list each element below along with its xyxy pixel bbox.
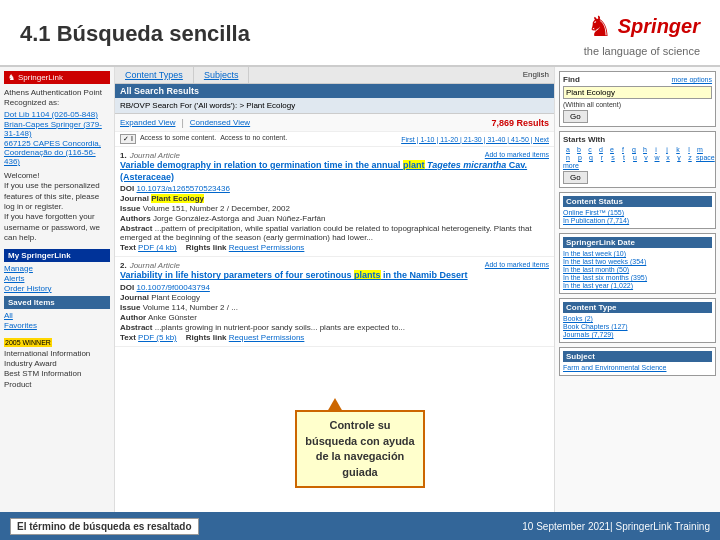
- find-go-button[interactable]: Go: [563, 110, 588, 123]
- sidebar-inst1[interactable]: Dot Lib 1104 (026-05-848): [4, 110, 110, 119]
- result-1-title[interactable]: Variable demography in relation to germi…: [120, 160, 549, 183]
- letter-v[interactable]: v: [641, 154, 651, 161]
- expanded-view-btn[interactable]: Expanded View: [120, 118, 175, 127]
- tab-content-types[interactable]: Content Types: [115, 67, 194, 83]
- text-value-2[interactable]: PDF (5 kb): [138, 333, 177, 342]
- letter-space[interactable]: space: [696, 154, 706, 161]
- letter-h[interactable]: h: [640, 146, 650, 153]
- text-value-1[interactable]: PDF (4 kb): [138, 243, 177, 252]
- date-3[interactable]: In the last six months (395): [563, 274, 712, 281]
- letter-k[interactable]: k: [673, 146, 683, 153]
- sidebar-inst2[interactable]: Brian-Capes Springer (379-31-148): [4, 120, 110, 138]
- subject-header: Subject: [563, 351, 712, 362]
- date-1[interactable]: In the last two weeks (354): [563, 258, 712, 265]
- access-icons-bar: ✓ I Access to some content. Access to no…: [120, 134, 287, 144]
- letter-b[interactable]: b: [574, 146, 584, 153]
- sidebar-manage[interactable]: Manage: [4, 264, 110, 273]
- language-selector[interactable]: English: [518, 67, 554, 83]
- search-bar: RB/OVP Search For ('All words'): > Plant…: [115, 98, 554, 114]
- letter-z[interactable]: z: [685, 154, 695, 161]
- sidebar-use-features: If you use the personalized features of …: [4, 181, 110, 212]
- sidebar-logo-horse: ♞: [8, 73, 15, 82]
- sidebar-welcome-section: Welcome! If you use the personalized fea…: [4, 171, 110, 244]
- result-1-abstract: Abstract ...pattern of precipitation, wh…: [120, 224, 549, 242]
- condensed-view-btn[interactable]: Condensed View: [190, 118, 250, 127]
- search-bar-text: RB/OVP Search For ('All words'): > Plant…: [120, 101, 295, 110]
- issue-label-2: Issue: [120, 303, 140, 312]
- sidebar-athens-label: Athens Authentication Point: [4, 88, 110, 98]
- date-0[interactable]: In the last week (10): [563, 250, 712, 257]
- text-label-1: Text: [120, 243, 136, 252]
- rights-value-2[interactable]: Request Permissions: [229, 333, 305, 342]
- find-input[interactable]: [563, 86, 712, 99]
- access-pagination-bar: ✓ I Access to some content. Access to no…: [115, 132, 554, 147]
- letter-a[interactable]: a: [563, 146, 573, 153]
- letter-more[interactable]: more: [563, 162, 573, 169]
- sidebar-alerts[interactable]: Alerts: [4, 274, 110, 283]
- letter-f[interactable]: f: [618, 146, 628, 153]
- sidebar-inst3[interactable]: 667125 CAPES Concordia, Coordenação do (…: [4, 139, 110, 166]
- result-1-text: Text PDF (4 kb) Rights link Request Perm…: [120, 243, 549, 252]
- letter-g[interactable]: g: [629, 146, 639, 153]
- result-1-issue: Issue Volume 151, Number 2 / December, 2…: [120, 204, 549, 213]
- subject-0[interactable]: Farm and Environmental Science: [563, 364, 712, 371]
- letter-d[interactable]: d: [596, 146, 606, 153]
- letter-p[interactable]: p: [575, 154, 585, 161]
- content-status-0[interactable]: Online First™ (155): [563, 209, 712, 216]
- content-type-header: Content Type: [563, 302, 712, 313]
- content-status-1[interactable]: In Publication (7,714): [563, 217, 712, 224]
- doi-value-2[interactable]: 10.1007/9f00043794: [136, 283, 209, 292]
- letter-r[interactable]: r: [597, 154, 607, 161]
- access-icon-some: Access to some content.: [140, 134, 216, 144]
- sidebar-favorites[interactable]: Favorites: [4, 321, 110, 330]
- letter-c[interactable]: c: [585, 146, 595, 153]
- search-results-header: Expanded View | Condensed View 7,869 Res…: [115, 114, 554, 132]
- letter-t[interactable]: t: [619, 154, 629, 161]
- sidebar-all[interactable]: All: [4, 311, 110, 320]
- result-2-abstract: Abstract ...plants growing in nutrient-p…: [120, 323, 549, 332]
- issue-value-1: Volume 151, Number 2 / December, 2002: [143, 204, 290, 213]
- result-2-authors: Author Anke Günster: [120, 313, 549, 322]
- content-type-0[interactable]: Books (2): [563, 315, 712, 322]
- rights-value-1[interactable]: Request Permissions: [229, 243, 305, 252]
- tab-subjects[interactable]: Subjects: [194, 67, 250, 83]
- abstract-value-1: ...pattern of precipitation, while spati…: [120, 224, 532, 242]
- letter-q[interactable]: q: [586, 154, 596, 161]
- letter-u[interactable]: u: [630, 154, 640, 161]
- content-status-section: Content Status Online First™ (155) In Pu…: [559, 192, 716, 229]
- more-options-link[interactable]: more options: [672, 76, 712, 83]
- date-2[interactable]: In the last month (50): [563, 266, 712, 273]
- letter-e[interactable]: e: [607, 146, 617, 153]
- springer-logo-img: ♞ Springer: [587, 10, 700, 43]
- authors-value-2: Anke Günster: [148, 313, 197, 322]
- letter-w[interactable]: w: [652, 154, 662, 161]
- journal-value-2: Plant Ecology: [151, 293, 200, 302]
- letter-s[interactable]: s: [608, 154, 618, 161]
- letter-y[interactable]: y: [674, 154, 684, 161]
- content-type-1[interactable]: Book Chapters (127): [563, 323, 712, 330]
- doi-value-1[interactable]: 10.1073/a1265570523436: [136, 184, 229, 193]
- starts-with-go-button[interactable]: Go: [563, 171, 588, 184]
- callout-tooltip: Controle su búsqueda con ayuda de la nav…: [295, 410, 425, 488]
- letter-m[interactable]: m: [695, 146, 705, 153]
- letter-x[interactable]: x: [663, 154, 673, 161]
- date-4[interactable]: In the last year (1,022): [563, 282, 712, 289]
- add-to-marked-1[interactable]: Add to marked items: [485, 151, 549, 158]
- add-to-marked-2[interactable]: Add to marked items: [485, 261, 549, 268]
- journal-highlight-1: Plant Ecology: [151, 194, 204, 203]
- letter-j[interactable]: j: [662, 146, 672, 153]
- sidebar-order-history[interactable]: Order History: [4, 284, 110, 293]
- result-2-title[interactable]: Variability in life history parameters o…: [120, 270, 549, 282]
- sidebar-award-text: International Information Industry Award: [4, 349, 110, 370]
- pagination[interactable]: First | 1-10 | 11-20 | 21-30 | 31-40 | 4…: [401, 136, 549, 143]
- letter-n[interactable]: n: [563, 154, 573, 161]
- result-1-header: 1. Journal Article Add to marked items: [120, 151, 549, 160]
- access-icon-none: Access to no content.: [220, 134, 287, 144]
- content-type-2[interactable]: Journals (7,729): [563, 331, 712, 338]
- result-1-type: Journal Article: [130, 151, 180, 160]
- bottom-bar: El término de búsqueda es resaltado 10 S…: [0, 512, 720, 540]
- result-2-type: Journal Article: [130, 261, 180, 270]
- result-item-1: 1. Journal Article Add to marked items V…: [115, 147, 554, 257]
- letter-l[interactable]: l: [684, 146, 694, 153]
- letter-i[interactable]: i: [651, 146, 661, 153]
